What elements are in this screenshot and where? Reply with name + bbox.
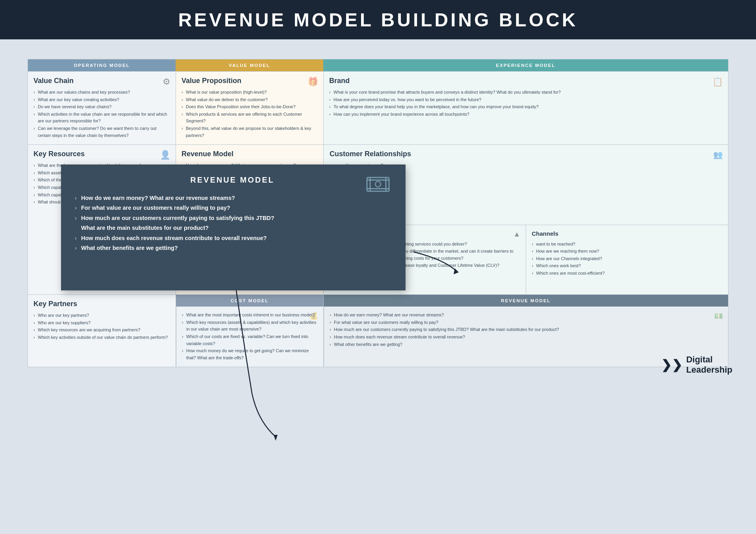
svg-marker-6 [274, 435, 278, 441]
value-chain-icon: ⚙ [163, 77, 170, 87]
brand-item-4: How can you implement your brand experie… [329, 111, 722, 118]
popup-title: REVENUE MODEL [75, 176, 390, 185]
value-chain-item-5: Can we leverage the customer? Do we want… [33, 125, 170, 139]
value-model-header: VALUE MODEL [176, 59, 323, 71]
brand-item-1: What is your core brand promise that att… [329, 89, 722, 96]
vp-item-4: Which products & services are we offerin… [182, 111, 317, 125]
cm-item-4: How much money do we require to get goin… [182, 347, 317, 361]
logo-text: Digital Leadership [686, 355, 732, 375]
rm-bot-item-1: How do we earn money? What are our reven… [330, 312, 722, 319]
kp-item-4: Which key activities outside of our valu… [33, 334, 170, 341]
channels-sub: Channels want to be reached? How are we … [526, 225, 728, 295]
value-proposition-icon: 🎁 [308, 77, 318, 87]
value-chain-title: Value Chain [33, 77, 170, 85]
value-chain-item-2: What are our key value creating activiti… [33, 96, 170, 103]
vp-item-3: Does this Value Proposition solve their … [182, 103, 317, 111]
vp-item-1: What is our value proposition (high-leve… [182, 89, 317, 96]
popup-icon [366, 176, 390, 195]
channels-title: Channels [532, 230, 723, 237]
service-model-icon: ▲ [513, 230, 521, 238]
ch-item-4: Which ones are most cost-efficient? [532, 270, 723, 277]
kp-item-3: Which key resources are we acquiring fro… [33, 327, 170, 334]
ch-item-0: want to be reached? [532, 241, 723, 248]
value-chain-item-4: Which activities in the value chain are … [33, 111, 170, 125]
ch-item-3: Which ones work best? [532, 262, 723, 270]
vp-item-5: Beyond this, what value do we propose to… [182, 125, 317, 139]
popup-item-4: How much does each revenue stream contri… [75, 233, 390, 243]
key-partners-title: Key Partners [33, 300, 170, 308]
key-partners-list: Who are our key partners? Who are our ke… [33, 312, 170, 341]
cost-model-block: 💰 What are the most important costs inhe… [176, 307, 323, 367]
key-partners-row: Key Partners Who are our key partners? W… [28, 294, 728, 367]
vp-item-2: What value do we deliver to the customer… [182, 96, 317, 103]
popup-item-5: What other benefits are we getting? [75, 243, 390, 253]
key-partners-block: Key Partners Who are our key partners? W… [28, 295, 176, 367]
logo-chevron: ❯❯ [661, 357, 682, 372]
top-content-row: Value Chain ⚙ What are our values chains… [28, 71, 728, 144]
value-proposition-title: Value Proposition [182, 77, 317, 85]
cm-item-2: Which key resources (assets & capabiliti… [182, 319, 317, 333]
revenue-model-bottom-list: How do we earn money? What are our reven… [330, 312, 722, 348]
experience-model-header: EXPERIENCE MODEL [323, 59, 728, 71]
value-chain-list: What are our values chains and key proce… [33, 89, 170, 139]
customer-relationships-title: Customer Relationships [330, 150, 722, 158]
rm-bot-item-5: What other benefits are we getting? [330, 341, 722, 348]
value-proposition-list: What is our value proposition (high-leve… [182, 89, 317, 139]
revenue-popup: REVENUE MODEL How do we earn money? What… [61, 164, 406, 290]
brand-title: Brand [329, 77, 722, 85]
customer-relationships-icon: 👥 [713, 150, 723, 159]
brand-icon: 📋 [712, 77, 723, 87]
svg-point-5 [375, 181, 381, 187]
brand-item-2: How are you perceived today vs. how you … [329, 96, 722, 103]
channels-list: want to be reached? How are we reaching … [532, 241, 723, 277]
cm-item-1: What are the most important costs inhere… [182, 312, 317, 319]
cost-section-wrapper: COST MODEL 💰 What are the most important… [176, 295, 323, 367]
popup-item-3: How much are our customers currently pay… [75, 213, 390, 223]
key-resources-icon: 👤 [160, 150, 170, 160]
popup-item-3b: What are the main substitutes for our pr… [75, 223, 390, 233]
cm-item-3: Which of our costs are fixed vs. variabl… [182, 333, 317, 347]
cost-model-list: What are the most important costs inhere… [182, 312, 317, 361]
rm-bot-item-4: How much does each revenue stream contri… [330, 334, 722, 341]
value-chain-item-1: What are our values chains and key proce… [33, 89, 170, 96]
operating-model-header: OPERATING MODEL [28, 59, 176, 71]
rm-bot-item-2: For what value are our customers really … [330, 319, 722, 326]
ch-item-2: How are our Channels integrated? [532, 255, 723, 262]
value-chain-block: Value Chain ⚙ What are our values chains… [28, 72, 176, 144]
value-chain-item-3: Do we have several key value chains? [33, 103, 170, 111]
cost-model-header: COST MODEL [176, 295, 323, 307]
logo-area: ❯❯ Digital Leadership [661, 355, 732, 375]
value-proposition-block: Value Proposition 🎁 What is our value pr… [176, 72, 323, 144]
ch-item-1: How are we reaching them now? [532, 248, 723, 255]
popup-list: How do we earn money? What are our reven… [75, 193, 390, 253]
page-title: REVENUE MODEL BUILDING BLOCK [178, 9, 578, 31]
brand-block: Brand 📋 What is your core brand promise … [323, 72, 728, 144]
kp-item-1: Who are our key partners? [33, 312, 170, 319]
popup-item-2: For what value are our customers really … [75, 203, 390, 213]
canvas: OPERATING MODEL VALUE MODEL EXPERIENCE M… [0, 39, 756, 387]
page-header: REVENUE MODEL BUILDING BLOCK [0, 0, 756, 39]
rm-bot-item-3: How much are our customers currently pay… [330, 326, 722, 333]
revenue-model-header-bottom: REVENUE MODEL [324, 295, 728, 307]
kp-item-2: Who are our key suppliers? [33, 320, 170, 327]
brand-item-3: To what degree does your brand help you … [329, 103, 722, 111]
brand-list: What is your core brand promise that att… [329, 89, 722, 118]
top-headers-row: OPERATING MODEL VALUE MODEL EXPERIENCE M… [28, 59, 728, 71]
popup-item-1: How do we earn money? What are our reven… [75, 193, 390, 203]
revenue-model-mid-title: Revenue Model [182, 150, 317, 158]
key-resources-title: Key Resources [33, 150, 170, 158]
